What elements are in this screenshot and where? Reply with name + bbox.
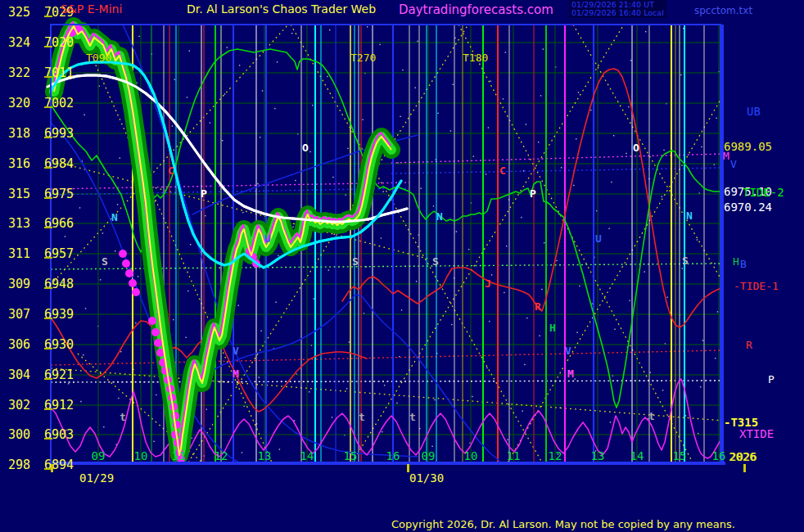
star-dot <box>608 228 609 229</box>
right-margin-label: 6970.24 <box>724 201 772 214</box>
x-axis-hour: 11 <box>507 449 521 462</box>
price-dot <box>122 259 130 268</box>
star-dot <box>346 388 347 389</box>
x-axis-hour: 15 <box>344 449 358 462</box>
chart-letter: U <box>595 232 602 245</box>
right-margin-label: B <box>740 258 747 270</box>
star-dot <box>172 125 173 126</box>
star-dot <box>314 299 314 300</box>
y-axis-tick <box>44 197 52 199</box>
star-dot <box>468 249 469 250</box>
star-dot <box>697 239 698 240</box>
star-dot <box>431 446 432 447</box>
star-dot <box>573 185 574 186</box>
y-axis-label-right: 7002 <box>44 96 74 110</box>
chart-canvas: 3257029324702032270113207002318699331669… <box>0 0 804 532</box>
star-dot <box>682 268 683 268</box>
chart-letter: P <box>530 187 536 200</box>
star-dot <box>575 378 576 379</box>
star-dot <box>117 204 118 205</box>
star-dot <box>592 304 593 304</box>
chart-letter: P <box>201 187 207 200</box>
star-dot <box>503 98 504 99</box>
star-dot <box>644 271 645 272</box>
star-dot <box>238 305 239 306</box>
chart-letter: S <box>432 255 439 268</box>
x-axis-hour: 10 <box>464 449 478 462</box>
right-margin-label: V <box>730 158 737 170</box>
star-dot <box>274 108 275 109</box>
y-axis-tick <box>44 318 52 319</box>
star-dot <box>662 390 663 390</box>
y-axis-label-left: 318 <box>8 126 30 141</box>
star-dot <box>680 74 681 75</box>
star-dot <box>454 38 455 38</box>
star-dot <box>187 97 187 97</box>
star-dot <box>239 65 240 65</box>
star-dot <box>538 142 539 142</box>
y-axis-label-left: 316 <box>8 156 30 171</box>
star-dot <box>278 255 278 256</box>
star-dot <box>614 329 615 330</box>
y-axis-label-left: 325 <box>8 5 30 20</box>
star-dot <box>434 399 435 400</box>
y-axis-tick <box>44 378 52 380</box>
star-dot <box>596 210 597 211</box>
star-dot <box>118 398 119 399</box>
y-axis-tick <box>44 257 52 259</box>
star-dot <box>384 385 385 385</box>
y-axis-label-right: 6966 <box>44 216 74 231</box>
star-dot <box>717 311 718 312</box>
star-dot <box>650 372 651 372</box>
right-margin-label: XTIDE <box>739 427 774 440</box>
star-dot <box>715 358 716 358</box>
y-axis-label-left: 315 <box>8 187 30 201</box>
star-dot <box>578 92 579 92</box>
star-dot <box>450 130 451 131</box>
star-dot <box>309 151 310 152</box>
star-dot <box>332 417 332 417</box>
star-dot <box>292 227 293 228</box>
x-axis-tick <box>743 464 746 472</box>
x-axis-tick <box>51 464 53 472</box>
price-dot <box>119 250 127 258</box>
star-dot <box>295 180 296 181</box>
chart-letter: t <box>359 411 365 423</box>
star-dot <box>700 386 701 387</box>
x-axis-hour: 09 <box>422 449 436 462</box>
star-dot <box>259 376 260 377</box>
star-dot <box>242 212 243 213</box>
star-dot <box>541 289 542 290</box>
chart-letter: N <box>111 211 118 223</box>
star-dot <box>506 246 507 246</box>
x-axis-tick <box>407 464 409 472</box>
star-dot <box>206 409 207 410</box>
star-dot <box>83 354 84 355</box>
star-dot <box>244 406 245 407</box>
star-dot <box>399 356 400 357</box>
y-axis-tick <box>44 167 52 169</box>
star-dot <box>329 29 330 30</box>
star-dot <box>626 153 626 154</box>
y-axis-label-left: 306 <box>8 337 30 352</box>
star-dot <box>65 236 65 237</box>
star-dot <box>382 431 382 432</box>
x-axis-hour: 13 <box>591 449 605 462</box>
star-dot <box>396 403 397 404</box>
star-dot <box>100 279 101 280</box>
site-link[interactable]: Daytradingforecasts.com <box>399 2 553 17</box>
star-dot <box>328 269 329 270</box>
time-marker-label: T270 <box>350 52 376 64</box>
time-marker-label: T090 <box>86 52 111 64</box>
star-dot <box>421 188 422 189</box>
star-dot <box>543 48 544 49</box>
star-dot <box>185 337 186 338</box>
star-dot <box>524 364 525 365</box>
star-dot <box>279 449 280 449</box>
y-axis-tick <box>44 76 52 78</box>
page-title: Dr. Al Larson's Chaos Trader Web <box>187 2 376 16</box>
star-dot <box>579 286 580 286</box>
star-dot <box>210 122 210 123</box>
star-dot <box>526 124 526 124</box>
y-axis-label-right: 6903 <box>44 427 74 442</box>
